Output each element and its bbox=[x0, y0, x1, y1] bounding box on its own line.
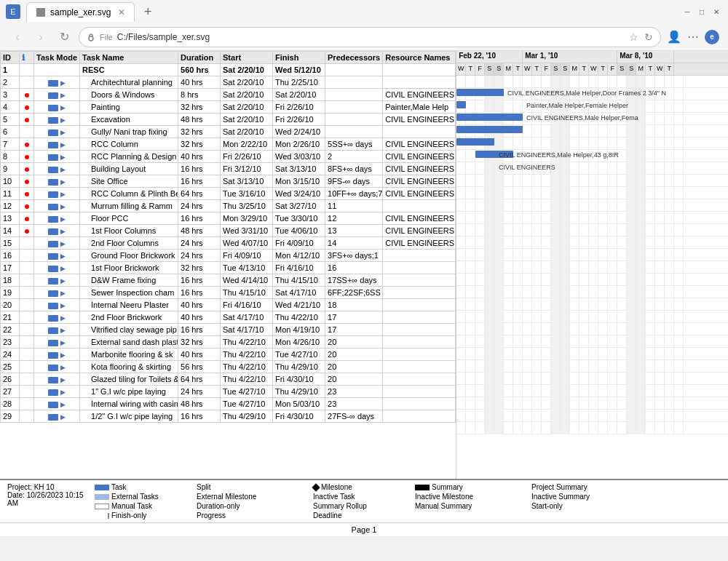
chart-cell bbox=[646, 323, 655, 335]
col-header-info: ℹ bbox=[20, 52, 34, 64]
maximize-button[interactable]: □ bbox=[696, 6, 708, 17]
chart-cell bbox=[674, 323, 684, 335]
cell-mode: ▶ bbox=[34, 410, 80, 423]
cell-id: 15 bbox=[1, 237, 20, 250]
chart-cell bbox=[608, 385, 617, 397]
page-number: Page 1 bbox=[0, 522, 728, 536]
title-bar: E sample_xer.svg ✕ + ─ □ ✕ bbox=[0, 0, 728, 23]
cell-finish: Sat 2/20/10 bbox=[273, 89, 325, 101]
cell-name: Architechtural planning bbox=[80, 76, 178, 89]
chart-cell bbox=[655, 212, 665, 224]
chart-cell bbox=[504, 125, 513, 138]
refresh-icon[interactable]: ↻ bbox=[644, 31, 653, 43]
legend-item-inactive-summary: Inactive Summary bbox=[531, 493, 641, 501]
cell-info bbox=[20, 299, 34, 311]
chart-row bbox=[456, 249, 728, 261]
chart-cell bbox=[674, 236, 684, 249]
chart-cell bbox=[523, 125, 532, 138]
back-button[interactable]: ‹ bbox=[9, 28, 26, 46]
chart-cell bbox=[542, 224, 551, 236]
chart-cell bbox=[674, 410, 684, 422]
chart-cell bbox=[513, 113, 523, 125]
new-tab-button[interactable]: + bbox=[138, 1, 158, 22]
chart-cell bbox=[665, 323, 674, 335]
chart-cell bbox=[504, 373, 513, 385]
chart-cell bbox=[485, 249, 494, 261]
chart-cell bbox=[627, 150, 636, 162]
gantt-table: ID ℹ Task Mode Task Name Duration Start … bbox=[0, 51, 456, 423]
chart-cell bbox=[617, 150, 627, 162]
chart-cell bbox=[532, 274, 542, 286]
cell-finish: Sat 3/13/10 bbox=[273, 163, 325, 175]
table-row: 28 ▶ Internal wiring with casin 48 hrs T… bbox=[1, 398, 456, 410]
chart-cell bbox=[617, 385, 627, 397]
table-row: 18 ▶ D&W Frame fixing 16 hrs Wed 4/14/10… bbox=[1, 274, 456, 287]
minimize-button[interactable]: ─ bbox=[681, 6, 693, 17]
bookmark-icon[interactable]: ☆ bbox=[629, 31, 638, 43]
col-header-resource: Resource Names bbox=[383, 52, 456, 64]
chart-cell bbox=[485, 397, 494, 410]
chart-cell bbox=[504, 150, 513, 162]
chart-cell bbox=[665, 410, 674, 422]
refresh-button[interactable]: ↻ bbox=[55, 28, 73, 46]
chart-cell bbox=[589, 274, 598, 286]
settings-icon[interactable]: ⋯ bbox=[687, 30, 699, 44]
chart-cell bbox=[608, 298, 617, 311]
chart-cell bbox=[494, 236, 504, 249]
legend-finish-label: Finish-only bbox=[111, 512, 146, 520]
chart-cell bbox=[532, 199, 542, 212]
cell-pred: 17 bbox=[325, 311, 383, 324]
chart-cell bbox=[570, 335, 579, 348]
chart-cell bbox=[456, 274, 466, 286]
active-tab[interactable]: sample_xer.svg ✕ bbox=[26, 2, 135, 22]
chart-cell bbox=[674, 138, 684, 150]
cell-resource bbox=[383, 76, 456, 89]
chart-cell bbox=[570, 422, 579, 434]
chart-cell bbox=[523, 162, 532, 175]
chart-cell bbox=[589, 311, 598, 323]
url-bar[interactable]: File C:/Files/sample_xer.svg ☆ ↻ bbox=[79, 27, 661, 47]
chart-cell bbox=[456, 138, 466, 150]
cell-start: Thu 3/25/10 bbox=[221, 200, 273, 212]
chart-cell bbox=[646, 274, 655, 286]
chart-cell bbox=[646, 138, 655, 150]
chart-cell bbox=[542, 261, 551, 274]
chart-cell bbox=[551, 311, 561, 323]
chart-cell bbox=[532, 212, 542, 224]
cell-duration: 560 hrs bbox=[178, 64, 221, 76]
user-icon[interactable]: 👤 bbox=[667, 30, 681, 44]
cell-name: D&W Frame fixing bbox=[80, 274, 178, 287]
chart-cell bbox=[466, 162, 475, 175]
chart-cell bbox=[475, 422, 485, 434]
chart-cell bbox=[570, 162, 579, 175]
chart-cell bbox=[513, 175, 523, 187]
close-button[interactable]: ✕ bbox=[711, 6, 722, 17]
cell-start: Sat 2/20/10 bbox=[221, 76, 273, 89]
cell-info bbox=[20, 163, 34, 175]
cell-start: Sat 3/13/10 bbox=[221, 175, 273, 188]
forward-button[interactable]: › bbox=[32, 28, 50, 46]
chart-cell bbox=[466, 422, 475, 434]
chart-cell bbox=[532, 385, 542, 397]
cell-resource bbox=[383, 250, 456, 262]
chart-cell bbox=[485, 236, 494, 249]
chart-cell bbox=[570, 113, 579, 125]
chart-cell bbox=[579, 187, 589, 199]
table-row: 11 ▶ RCC Column & Plinth Be 64 hrs Tue 3… bbox=[1, 188, 456, 200]
chart-cell bbox=[542, 397, 551, 410]
cell-pred: 18 bbox=[325, 299, 383, 311]
cell-mode: ▶ bbox=[34, 324, 80, 336]
chart-cell bbox=[551, 274, 561, 286]
cell-start: Thu 4/15/10 bbox=[221, 287, 273, 299]
chart-cell bbox=[579, 236, 589, 249]
legend-item-manual-summary: Manual Summary bbox=[415, 502, 531, 510]
chart-cell bbox=[589, 249, 598, 261]
chart-cell bbox=[627, 261, 636, 274]
chart-cell bbox=[504, 298, 513, 311]
cell-pred: 3FS+∞ days;1 bbox=[325, 250, 383, 262]
chart-cell bbox=[542, 175, 551, 187]
chart-cell bbox=[598, 100, 608, 113]
tab-close-button[interactable]: ✕ bbox=[118, 7, 125, 17]
cell-finish: Fri 4/16/10 bbox=[273, 262, 325, 274]
chart-cell bbox=[646, 348, 655, 360]
